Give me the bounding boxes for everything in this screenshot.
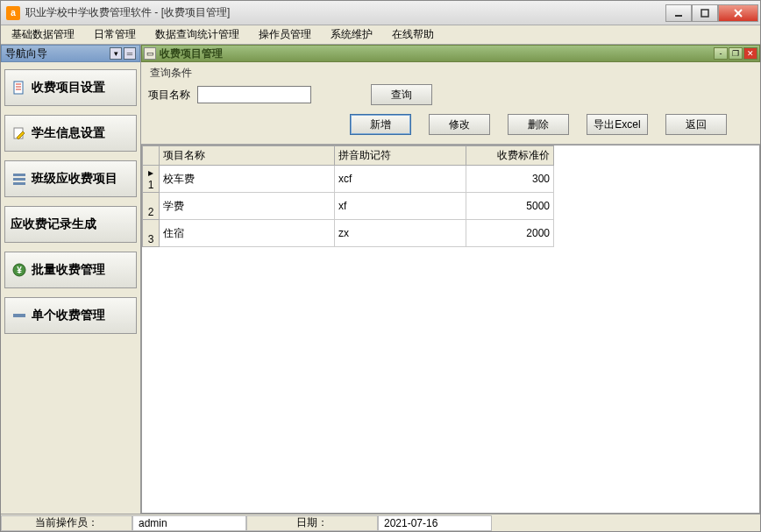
status-operator-value: admin [132,515,246,531]
status-date-label: 日期： [246,515,378,531]
window-controls [665,4,758,22]
sub-window-controls: ‐ ❐ ✕ [714,47,757,60]
cell-name[interactable]: 住宿 [160,220,335,247]
svg-text:¥: ¥ [17,266,22,275]
menu-query-stats[interactable]: 数据查询统计管理 [152,25,243,44]
nav-batch-fee[interactable]: ¥ 批量收费管理 [4,252,137,288]
query-section-label: 查询条件 [148,66,753,81]
col-header-name[interactable]: 项目名称 [160,146,335,166]
svg-rect-4 [14,82,23,94]
menu-system[interactable]: 系统维护 [327,25,376,44]
svg-rect-10 [13,178,25,181]
data-table-wrap[interactable]: 项目名称 拼音助记符 收费标准价 ▸1校车费xcf3002学费xf50003住宿… [141,145,760,514]
item-icon [11,307,28,324]
nav-label: 学生信息设置 [32,125,105,141]
return-button[interactable]: 返回 [665,114,727,135]
query-row: 项目名称 查询 [148,84,753,105]
nav-record-gen[interactable]: 应收费记录生成 [4,206,137,243]
cell-pinyin[interactable]: zx [335,220,466,247]
statusbar: 当前操作员： admin 日期： 2021-07-16 [1,514,760,531]
project-name-label: 项目名称 [148,88,190,103]
menu-help[interactable]: 在线帮助 [388,25,437,44]
project-name-input[interactable] [197,86,311,103]
delete-button[interactable]: 删除 [508,114,569,135]
titlebar: a 职业学校中学收费管理软件 - [收费项目管理] [1,1,760,25]
menu-daily[interactable]: 日常管理 [90,25,139,44]
maximize-button[interactable] [692,4,718,22]
svg-rect-9 [13,174,25,176]
table-row[interactable]: 3住宿zx2000 [143,220,554,247]
query-button[interactable]: 查询 [371,84,432,105]
sub-close-button[interactable]: ✕ [743,47,757,60]
svg-rect-1 [701,10,708,17]
nav-student-info[interactable]: 学生信息设置 [4,115,137,152]
table-row[interactable]: ▸1校车费xcf300 [143,166,554,193]
action-row: 新增 修改 删除 导出Excel 返回 [148,105,753,137]
col-header-pinyin[interactable]: 拼音助记符 [335,146,466,166]
nav-header: 导航向导 ▾ ═ [1,45,140,62]
edit-button[interactable]: 修改 [429,114,490,135]
export-excel-button[interactable]: 导出Excel [587,114,648,135]
table-row[interactable]: 2学费xf5000 [143,193,554,220]
cell-pinyin[interactable]: xcf [335,166,466,193]
nav-pin-icon[interactable]: ═ [124,47,136,60]
menu-basic-data[interactable]: 基础数据管理 [8,25,78,44]
menu-operator[interactable]: 操作员管理 [255,25,315,44]
nav-panel: 导航向导 ▾ ═ 收费项目设置 学生信息设置 班级应收费项目 应收费 [1,45,141,514]
status-date-value: 2021-07-16 [378,515,492,531]
status-operator-label: 当前操作员： [1,515,132,531]
cell-name[interactable]: 校车费 [160,166,335,193]
app-window: a 职业学校中学收费管理软件 - [收费项目管理] 基础数据管理 日常管理 数据… [0,0,761,532]
row-num-cell: 3 [143,220,160,247]
nav-body: 收费项目设置 学生信息设置 班级应收费项目 应收费记录生成 ¥ 批量收费管理 [1,62,140,514]
nav-class-fee[interactable]: 班级应收费项目 [4,160,137,197]
sub-titlebar: ▭ 收费项目管理 ‐ ❐ ✕ [141,45,760,62]
nav-label: 单个收费管理 [32,308,105,323]
sub-minimize-button[interactable]: ‐ [714,47,728,60]
col-header-price[interactable]: 收费标准价 [466,146,554,166]
nav-label: 应收费记录生成 [11,216,96,232]
nav-header-title: 导航向导 [5,46,110,61]
window-title: 职业学校中学收费管理软件 - [收费项目管理] [25,5,665,20]
add-button[interactable]: 新增 [350,114,411,135]
nav-label: 批量收费管理 [32,262,105,278]
row-num-cell: ▸1 [143,166,160,193]
svg-rect-11 [13,182,25,185]
cell-price[interactable]: 2000 [466,220,554,247]
app-icon: a [6,6,20,20]
sub-window-icon: ▭ [144,47,156,60]
cell-name[interactable]: 学费 [160,193,335,220]
edit-icon [11,124,28,142]
cell-price[interactable]: 5000 [466,193,554,220]
content-panel: ▭ 收费项目管理 ‐ ❐ ✕ 查询条件 项目名称 查询 新增 修改 [141,45,760,514]
query-panel: 查询条件 项目名称 查询 新增 修改 删除 导出Excel 返回 [141,62,760,145]
document-icon [11,79,28,96]
cell-pinyin[interactable]: xf [335,193,466,220]
nav-label: 班级应收费项目 [32,171,117,187]
main-area: 导航向导 ▾ ═ 收费项目设置 学生信息设置 班级应收费项目 应收费 [1,45,760,514]
sub-restore-button[interactable]: ❐ [729,47,743,60]
menubar: 基础数据管理 日常管理 数据查询统计管理 操作员管理 系统维护 在线帮助 [1,25,760,45]
nav-single-fee[interactable]: 单个收费管理 [4,297,137,334]
money-icon: ¥ [11,261,28,279]
svg-rect-14 [13,314,25,317]
row-num-cell: 2 [143,193,160,220]
row-num-header [143,146,160,166]
nav-fee-item-settings[interactable]: 收费项目设置 [4,69,137,106]
data-table: 项目名称 拼音助记符 收费标准价 ▸1校车费xcf3002学费xf50003住宿… [142,145,554,247]
minimize-button[interactable] [665,4,692,22]
nav-collapse-icon[interactable]: ▾ [110,47,122,60]
sub-window-title: 收费项目管理 [160,46,714,61]
close-button[interactable] [718,4,758,22]
list-icon [11,170,28,188]
cell-price[interactable]: 300 [466,166,554,193]
nav-label: 收费项目设置 [32,80,105,96]
